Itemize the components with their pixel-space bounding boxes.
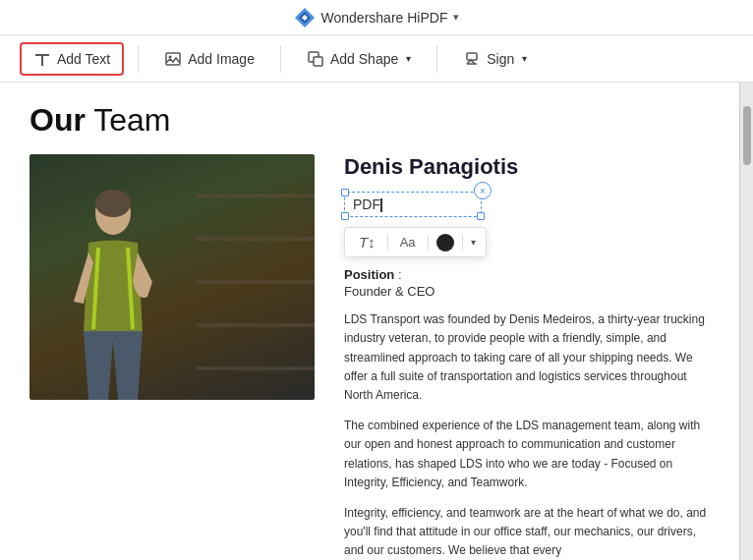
two-col-layout: Denis Panagiotis PDF × <box>29 154 710 560</box>
app-name: Wondershare HiPDF <box>321 10 448 26</box>
svg-rect-9 <box>467 53 477 60</box>
title-normal: Team <box>86 102 171 138</box>
add-image-label: Add Image <box>188 51 255 67</box>
topbar-chevron[interactable]: ▾ <box>453 11 459 24</box>
text-size-icon[interactable]: T↕ <box>355 232 379 252</box>
title-bold: Our <box>29 102 86 138</box>
svg-point-12 <box>95 190 131 217</box>
topbar: Wondershare HiPDF ▾ <box>0 0 753 35</box>
paragraph-2: The combined experience of the LDS manag… <box>344 417 710 492</box>
add-shape-button[interactable]: Add Shape ▾ <box>295 44 423 74</box>
format-dropdown-arrow[interactable]: ▾ <box>471 237 476 248</box>
logo-area: Wondershare HiPDF ▾ <box>294 7 460 28</box>
shape-icon <box>307 50 324 68</box>
position-row: Position : <box>344 267 710 282</box>
sign-icon <box>463 50 481 68</box>
toolbar-sep-2 <box>280 45 281 73</box>
sign-dropdown-arrow[interactable]: ▾ <box>522 53 527 64</box>
add-image-button[interactable]: Add Image <box>152 44 266 74</box>
format-sep-2 <box>428 235 429 251</box>
page-title: Our Team <box>29 102 710 139</box>
font-style-button[interactable]: Aa <box>396 233 420 252</box>
handle-bl[interactable] <box>341 212 349 220</box>
format-sep-3 <box>462 235 463 251</box>
sign-button[interactable]: Sign ▾ <box>451 44 539 74</box>
text-format-bar: T↕ Aa ▾ <box>344 227 487 257</box>
shape-dropdown-arrow[interactable]: ▾ <box>406 53 411 64</box>
position-label-text: Position <box>344 267 394 282</box>
add-text-button[interactable]: Add Text <box>20 42 124 76</box>
image-icon <box>164 50 182 68</box>
text-input-value: PDF <box>353 196 380 212</box>
text-cursor <box>380 198 382 212</box>
founder-title: Founder & CEO <box>344 284 710 299</box>
text-input-overlay[interactable]: PDF × <box>344 192 482 217</box>
svg-rect-4 <box>41 54 43 66</box>
text-icon <box>33 50 51 68</box>
person-name: Denis Panagiotis <box>344 154 710 180</box>
shelf-background <box>197 154 315 400</box>
add-shape-label: Add Shape <box>330 51 398 67</box>
paragraph-3: Integrity, efficiency, and teamwork are … <box>344 504 710 560</box>
handle-tl[interactable] <box>341 189 349 196</box>
color-picker-button[interactable] <box>436 234 454 252</box>
right-column: Denis Panagiotis PDF × <box>344 154 710 560</box>
toolbar: Add Text Add Image Add Shape ▾ <box>0 35 753 83</box>
worker-silhouette <box>69 184 167 400</box>
close-text-box-button[interactable]: × <box>474 182 492 199</box>
toolbar-sep-1 <box>138 45 139 73</box>
add-text-label: Add Text <box>57 51 110 67</box>
svg-rect-8 <box>314 57 322 66</box>
app-logo <box>294 7 316 28</box>
close-icon: × <box>480 186 486 196</box>
format-sep-1 <box>387 235 388 251</box>
handle-br[interactable] <box>477 212 485 220</box>
main-area: Our Team <box>0 83 753 560</box>
left-column <box>29 154 315 560</box>
scroll-thumb[interactable] <box>743 106 751 165</box>
svg-rect-5 <box>166 53 180 65</box>
paragraph-1: LDS Transport was founded by Denis Medei… <box>344 310 710 405</box>
toolbar-sep-3 <box>436 45 437 73</box>
scrollbar[interactable] <box>739 83 753 560</box>
worker-image <box>29 154 315 400</box>
text-input-box[interactable]: PDF <box>344 192 482 217</box>
pdf-page: Our Team <box>0 83 739 560</box>
position-colon: : <box>398 267 402 282</box>
sign-label: Sign <box>487 51 514 67</box>
